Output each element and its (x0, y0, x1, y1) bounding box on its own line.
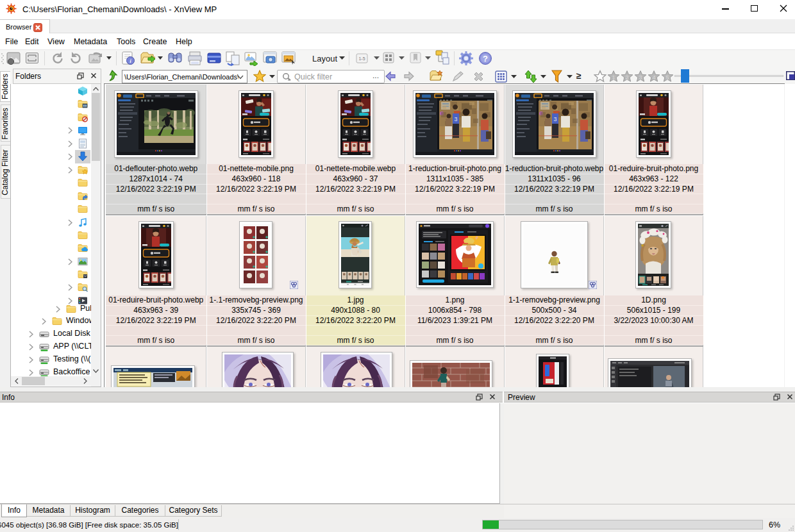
svg-text:3: 3 (454, 116, 457, 122)
svg-text:1-5: 1-5 (358, 56, 365, 61)
svg-text:3: 3 (553, 116, 556, 122)
svg-text:2: 2 (625, 74, 628, 81)
svg-text:5: 5 (665, 74, 669, 81)
svg-text:3: 3 (639, 74, 642, 81)
svg-text:4: 4 (652, 74, 655, 81)
svg-text:?: ? (483, 54, 488, 63)
svg-text:1: 1 (612, 74, 615, 81)
